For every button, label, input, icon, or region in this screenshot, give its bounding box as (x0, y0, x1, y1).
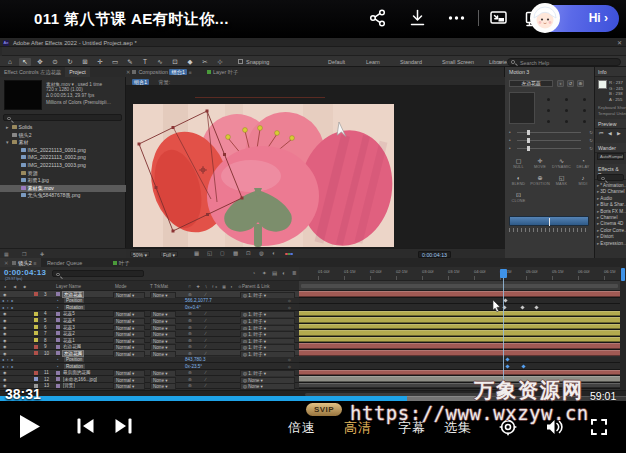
next-button[interactable] (114, 417, 133, 439)
timeline-switch-icon[interactable]: ◔ (252, 270, 255, 276)
eye-icon[interactable]: ◉ (3, 370, 7, 375)
timeline-tab-layer[interactable]: 叶子 (107, 258, 135, 267)
workspace-2[interactable]: Standard (400, 59, 422, 65)
stopwatch-icon[interactable]: ◔ (56, 298, 59, 303)
eye-icon[interactable]: ◉ (3, 344, 7, 349)
label-color-chip[interactable] (34, 325, 38, 329)
grid-guides-icon[interactable]: ▦ (194, 250, 199, 256)
timeline-layer-row[interactable]: ◉ 5 花蕊4 Normal ▾ None ▾ ⊕ ∕ ◎ 1. 叶子 ▾ (0, 317, 299, 324)
type-tool[interactable]: T (139, 58, 151, 66)
resolution-dropdown[interactable]: Full ▾ (160, 251, 178, 258)
pip-icon[interactable] (489, 8, 509, 28)
eye-icon[interactable]: ◉ (3, 331, 7, 336)
label-color-chip[interactable] (34, 345, 38, 349)
timeline-tab-render-queue[interactable]: Render Queue (43, 258, 87, 267)
layer-name[interactable]: 最后面的花瓣 (63, 370, 91, 375)
anchor-dot[interactable] (565, 120, 568, 123)
label-color-chip[interactable] (34, 338, 38, 342)
shape-tool[interactable]: ▭ (109, 58, 121, 66)
motion-slider[interactable]: •↻ (509, 145, 593, 152)
anchor-dot[interactable] (565, 98, 568, 101)
motion-button-mask[interactable]: ◱MASK (551, 174, 572, 189)
motion-small-button[interactable]: ⊕ (577, 80, 584, 87)
eye-icon[interactable]: ◉ (3, 292, 7, 297)
anchor-dot[interactable] (547, 109, 550, 112)
keyframe[interactable] (505, 357, 509, 361)
stopwatch-icon[interactable]: ◔ (56, 364, 59, 369)
fullscreen-icon[interactable] (590, 418, 608, 440)
keyframe[interactable] (520, 305, 524, 309)
layer-name[interactable]: 左边花蕊 (63, 292, 83, 297)
keyframe[interactable] (534, 305, 538, 309)
motion-button-position[interactable]: ⊕POSITION (530, 174, 551, 189)
timeline-search-input[interactable] (52, 270, 144, 277)
motion-slider[interactable]: •↻ (509, 137, 593, 144)
mask-visibility-icon[interactable]: ◱ (207, 250, 212, 256)
motion-button-delay[interactable]: ◔DELAY (573, 157, 594, 172)
layer-track[interactable] (299, 317, 620, 324)
keyframe-nav-icon[interactable]: ◂ ⬩ ▸ (2, 357, 14, 362)
brush-tool[interactable]: ∿ (154, 58, 166, 66)
composition-viewport[interactable] (126, 86, 505, 248)
project-item[interactable]: 资源 (0, 170, 126, 178)
project-item[interactable]: 镜头2 (0, 132, 126, 140)
project-item[interactable]: IMG_20221113_0003.png (0, 162, 126, 170)
composition-tab[interactable]: ✕Composition 组合1 ≡ (126, 69, 193, 75)
property-value[interactable]: 0x+0.4° (185, 305, 201, 310)
layer-track[interactable] (299, 350, 620, 357)
anchor-dot[interactable] (547, 98, 550, 101)
puppet-pin-tool[interactable]: ⊹ (214, 58, 226, 66)
current-time-field[interactable]: 0:00:04:13 (4, 268, 46, 277)
selection-tool[interactable]: ↖ (19, 58, 31, 66)
motion-slider[interactable]: •↻ (509, 129, 593, 136)
keyframe-nav-icon[interactable]: ◂ ⬩ ▸ (2, 305, 14, 310)
motion-button-move[interactable]: ✛MOVE (530, 157, 551, 172)
timeline-switch-icon[interactable]: ✦ (262, 270, 267, 276)
anchor-dot[interactable] (583, 98, 586, 101)
share-icon[interactable] (368, 8, 388, 28)
motion-button-midi[interactable]: ♪MIDI (573, 174, 594, 189)
search-help-input[interactable]: Search Help (507, 58, 621, 66)
tab-project[interactable]: Project (65, 67, 90, 77)
effects-search-input[interactable] (597, 174, 624, 181)
layer-name[interactable]: 花蕊4 (63, 318, 75, 323)
workspace-0[interactable]: Default (328, 59, 345, 65)
motion-range-slider[interactable] (509, 216, 589, 226)
zoom-tool[interactable]: ⊙ (49, 58, 61, 66)
anchor-dot[interactable] (583, 109, 586, 112)
eye-icon[interactable]: ◉ (3, 318, 7, 323)
preview-transport-icon[interactable]: ⏮ (599, 131, 603, 136)
tab-wander[interactable]: Wander (595, 143, 626, 153)
timeline-scrollbar-thumb[interactable] (621, 268, 625, 281)
layer-name[interactable]: 花蕊3 (63, 325, 75, 330)
property-value[interactable]: 0x-23.5° (185, 364, 202, 369)
home-tool[interactable]: ⌂ (4, 58, 16, 66)
preview-transport-icon[interactable]: ▶ (617, 131, 621, 136)
property-value[interactable]: 566.2,1077.7 (185, 298, 212, 303)
layer-tab[interactable]: Layer 叶子 (205, 69, 238, 75)
eraser-tool[interactable]: ◆ (184, 58, 196, 66)
motion-button-clone[interactable]: ⊡CLONE (508, 191, 529, 206)
anchor-dot[interactable] (547, 120, 550, 123)
label-color-chip[interactable] (34, 292, 38, 296)
layer-name[interactable]: 右边花瓣 (63, 344, 81, 349)
eye-icon[interactable]: ◉ (3, 325, 7, 330)
keyframe[interactable] (521, 364, 525, 368)
add-keyframe-icon[interactable]: ⬦ (288, 298, 291, 303)
camera-tool[interactable]: ⊞ (79, 58, 91, 66)
eye-icon[interactable]: ◉ (3, 377, 7, 382)
eye-icon[interactable]: ◉ (3, 351, 7, 356)
anchor-dot[interactable] (583, 120, 586, 123)
keyframe[interactable] (505, 364, 509, 368)
project-item[interactable]: 彩蛋1.jpg (0, 177, 126, 185)
label-color-chip[interactable] (34, 351, 38, 355)
motion-small-button[interactable]: ↺ (567, 80, 574, 87)
tab-info[interactable]: Info (595, 67, 626, 77)
keyframe-nav-icon[interactable]: ◂ ⬩ ▸ (2, 298, 14, 303)
add-keyframe-icon[interactable]: ⬦ (288, 357, 291, 362)
workspace-1[interactable]: Learn (366, 59, 380, 65)
effects-category[interactable]: ▸Expression… (595, 241, 626, 247)
eye-icon[interactable]: ◉ (3, 338, 7, 343)
timeline-tab-comp[interactable]: ✕ 镜头2 ≡ (0, 258, 41, 267)
clone-stamp-tool[interactable]: ⊡ (169, 58, 181, 66)
